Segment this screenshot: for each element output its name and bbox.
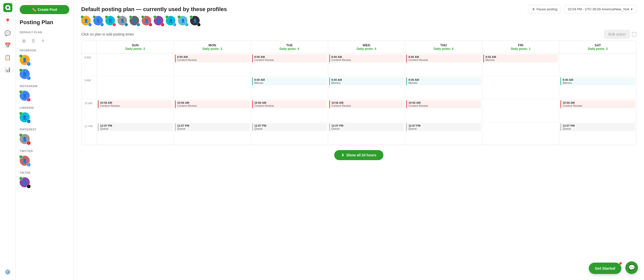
notification-dot <box>619 262 622 265</box>
header-profile-avatar-5[interactable]: 👤P✓ <box>142 16 152 26</box>
cal-cell-1-6[interactable]: 9:00 AMMemes <box>559 76 636 99</box>
post-block-3-3-0[interactable]: 12:07 PMQueue <box>329 123 404 131</box>
header-profile-avatar-7[interactable]: 👤T✓ <box>166 16 176 26</box>
default-plan-label: DEFAULT PLAN <box>20 31 69 34</box>
cal-cell-2-4[interactable]: 10:56 AMContent Review <box>405 99 482 122</box>
show-all-wrap: ⬇ Show all 24 hours <box>74 145 644 165</box>
cal-cell-3-6[interactable]: 12:07 PMQueue <box>559 122 636 145</box>
post-block-3-0-0[interactable]: 12:07 PMQueue <box>98 123 173 131</box>
post-block-1-2-0[interactable]: 9:00 AMMemes <box>252 77 327 85</box>
post-block-0-4-0[interactable]: 8:00 AMContent Review <box>406 54 481 62</box>
sidebar-item-settings[interactable]: ⚙️ <box>3 267 13 277</box>
cal-cell-1-0[interactable] <box>97 76 174 99</box>
bulk-select-checkbox[interactable] <box>632 32 636 37</box>
header-profile-avatar-0[interactable]: 👤F✓ <box>81 16 92 26</box>
header-profile-avatar-6[interactable]: 👤P✓ <box>154 16 164 26</box>
profile-item-tk-profile-1[interactable]: 👤T✓ <box>20 176 69 189</box>
cal-cell-0-0[interactable] <box>97 53 174 76</box>
post-block-0-2-0[interactable]: 8:00 AMContent Review <box>252 54 327 62</box>
post-block-2-2-0[interactable]: 10:56 AMContent Review <box>252 100 327 108</box>
app-logo[interactable] <box>3 3 12 12</box>
cal-cell-2-3[interactable]: 10:56 AMContent Review <box>328 99 405 122</box>
sidebar-item-messages[interactable]: 💬 <box>3 28 13 38</box>
cal-cell-3-5[interactable] <box>482 122 559 145</box>
cal-cell-1-1[interactable] <box>174 76 251 99</box>
cal-cell-1-5[interactable] <box>482 76 559 99</box>
sidebar-item-calendar[interactable]: 📅 <box>3 40 13 50</box>
show-all-hours-button[interactable]: ⬇ Show all 24 hours <box>334 150 383 160</box>
cal-cell-0-4[interactable]: 8:00 AMContent Review <box>405 53 482 76</box>
calendar-day-header-mon: MONDaily posts: 3 <box>174 41 251 53</box>
header-profile-avatar-1[interactable]: 👤F✓ <box>93 16 104 26</box>
post-block-2-3-0[interactable]: 10:56 AMContent Review <box>329 100 404 108</box>
post-block-1-4-0[interactable]: 9:00 AMMemes <box>406 77 481 85</box>
profile-item-fb-profile-1[interactable]: 👤F✓ <box>20 54 69 67</box>
cal-cell-0-6[interactable] <box>559 53 636 76</box>
main-header: Default posting plan — currently used by… <box>74 0 644 16</box>
profile-section-linkedin: LINKEDIN👤L✓ <box>20 106 69 124</box>
post-block-3-1-0[interactable]: 12:07 PMQueue <box>175 123 250 131</box>
post-block-3-6-0[interactable]: 12:07 PMQueue <box>560 123 635 131</box>
post-block-2-4-0[interactable]: 10:56 AMContent Review <box>406 100 481 108</box>
post-block-2-0-0[interactable]: 10:56 AMContent Review <box>98 100 173 108</box>
svg-point-1 <box>7 6 9 9</box>
pause-posting-button[interactable]: ⏸ Pause posting <box>528 5 561 13</box>
timezone-button[interactable]: 02:04 PM - UTC-05:00 America/New_York ▾ <box>564 5 636 13</box>
cal-cell-2-2[interactable]: 10:56 AMContent Review <box>251 99 328 122</box>
filter-view-button[interactable]: ≡ <box>39 37 47 45</box>
post-block-0-5-0[interactable]: 8:56 AMMemes <box>483 54 558 62</box>
header-controls: ⏸ Pause posting 02:04 PM - UTC-05:00 Ame… <box>528 5 636 13</box>
cal-cell-2-6[interactable]: 10:56 AMContent Review <box>559 99 636 122</box>
page-title: Default posting plan — currently used by… <box>81 6 227 13</box>
list-view-button[interactable]: ☰ <box>29 37 37 45</box>
post-block-1-3-0[interactable]: 9:00 AMMemes <box>329 77 404 85</box>
profile-item-ig-profile-1[interactable]: 👤I✓ <box>20 90 69 103</box>
profile-section-tiktok: TIKTOK👤T✓ <box>20 171 69 189</box>
create-post-button[interactable]: ✏️ Create Post <box>20 5 69 14</box>
cal-cell-3-4[interactable]: 12:07 PMQueue <box>405 122 482 145</box>
cal-cell-3-0[interactable]: 12:07 PMQueue <box>97 122 174 145</box>
cal-cell-1-2[interactable]: 9:00 AMMemes <box>251 76 328 99</box>
get-started-button[interactable]: Get Started <box>589 263 621 274</box>
cal-cell-0-1[interactable]: 8:00 AMContent Review <box>174 53 251 76</box>
calendar-day-header-sat: SATDaily posts: 3 <box>559 41 636 53</box>
header-profile-avatar-3[interactable]: 👤L✓ <box>117 16 128 26</box>
sidebar-item-location[interactable]: 📍 <box>3 16 13 26</box>
post-block-0-3-0[interactable]: 8:00 AMContent Review <box>329 54 404 62</box>
cal-cell-1-3[interactable]: 9:00 AMMemes <box>328 76 405 99</box>
profile-item-tw-profile-1[interactable]: 👤T✓ <box>20 155 69 168</box>
header-profile-avatar-8[interactable]: 👤T✓ <box>178 16 189 26</box>
post-block-0-1-0[interactable]: 8:00 AMContent Review <box>175 54 250 62</box>
profile-item-li-profile-1[interactable]: 👤L✓ <box>20 111 69 124</box>
profile-section-label-linkedin: LINKEDIN <box>20 106 69 109</box>
cal-cell-0-5[interactable]: 8:56 AMMemes <box>482 53 559 76</box>
cal-cell-2-0[interactable]: 10:56 AMContent Review <box>97 99 174 122</box>
header-profile-avatar-9[interactable]: 👤T✓ <box>190 16 201 26</box>
post-block-1-6-0[interactable]: 9:00 AMMemes <box>560 77 635 85</box>
cal-cell-0-2[interactable]: 8:00 AMContent Review <box>251 53 328 76</box>
chat-button[interactable]: 💬 <box>625 261 638 274</box>
cal-cell-2-1[interactable]: 10:56 AMContent Review <box>174 99 251 122</box>
cal-cell-3-2[interactable]: 12:07 PMQueue <box>251 122 328 145</box>
post-block-2-1-0[interactable]: 10:56 AMContent Review <box>175 100 250 108</box>
sidebar-item-analytics[interactable]: 📊 <box>3 64 13 75</box>
time-label-1: 9 AM <box>81 76 97 99</box>
post-block-3-4-0[interactable]: 12:07 PMQueue <box>406 123 481 131</box>
header-profile-avatar-4[interactable]: 👤L✓ <box>130 16 140 26</box>
post-block-2-6-0[interactable]: 10:56 AMContent Review <box>560 100 635 108</box>
post-block-3-2-0[interactable]: 12:07 PMQueue <box>252 123 327 131</box>
header-profile-avatar-2[interactable]: 👤I✓ <box>105 16 116 26</box>
profile-item-fb-profile-2[interactable]: 👤F✓ <box>20 68 69 81</box>
cal-cell-2-5[interactable] <box>482 99 559 122</box>
calendar-row-8am: 8 AM8:00 AMContent Review8:00 AMContent … <box>81 53 636 76</box>
grid-view-button[interactable]: ⊞ <box>20 37 28 45</box>
bulk-action-button[interactable]: Bulk action <box>604 30 630 39</box>
bulk-action-area: Bulk action <box>604 30 636 39</box>
cal-cell-3-3[interactable]: 12:07 PMQueue <box>328 122 405 145</box>
cal-cell-3-1[interactable]: 12:07 PMQueue <box>174 122 251 145</box>
cal-cell-1-4[interactable]: 9:00 AMMemes <box>405 76 482 99</box>
calendar-grid: SUNDaily posts: 2MONDaily posts: 3TUEDai… <box>81 41 636 145</box>
profile-item-pi-profile-1[interactable]: 👤P✓ <box>20 133 69 146</box>
sidebar-item-lists[interactable]: 📋 <box>3 52 13 62</box>
cal-cell-0-3[interactable]: 8:00 AMContent Review <box>328 53 405 76</box>
